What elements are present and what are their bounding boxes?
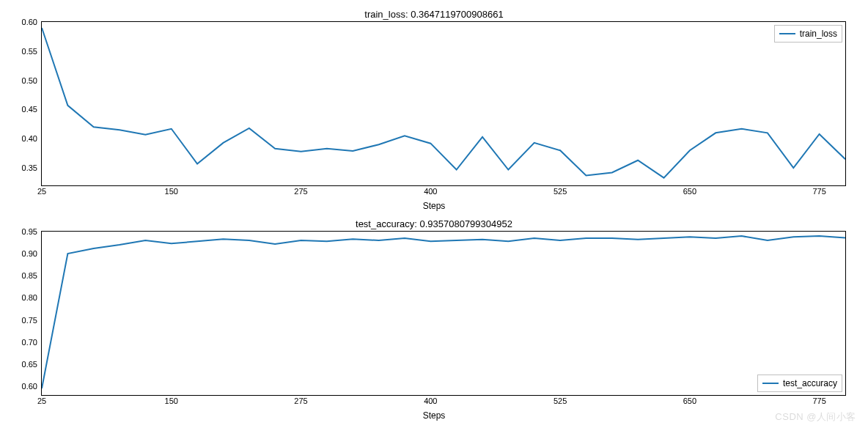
x-tick-label: 25 bbox=[37, 187, 46, 196]
x-tick-label: 525 bbox=[553, 187, 567, 196]
y-tick-label: 0.55 bbox=[22, 47, 37, 56]
y-tick-label: 0.60 bbox=[22, 382, 37, 391]
plot-area-2: 0.600.650.700.750.800.850.900.95 test_ac… bbox=[41, 231, 846, 396]
x-tick-label: 275 bbox=[294, 396, 307, 405]
x-axis-ticks-1: 25150275400525650775 bbox=[42, 187, 845, 199]
y-tick-label: 0.65 bbox=[22, 360, 37, 369]
y-tick-label: 0.60 bbox=[22, 18, 37, 26]
legend-label-2: test_accuracy bbox=[783, 378, 837, 388]
x-tick-label: 775 bbox=[812, 187, 825, 196]
y-tick-label: 0.70 bbox=[22, 338, 37, 347]
y-tick-label: 0.40 bbox=[22, 134, 37, 143]
y-tick-label: 0.80 bbox=[22, 293, 37, 302]
x-tick-label: 400 bbox=[424, 187, 437, 196]
x-tick-label: 25 bbox=[37, 396, 46, 405]
legend-1: train_loss bbox=[774, 25, 842, 43]
y-axis-ticks-2: 0.600.650.700.750.800.850.900.95 bbox=[8, 232, 40, 395]
x-tick-label: 150 bbox=[165, 396, 178, 405]
y-tick-label: 0.50 bbox=[22, 76, 37, 85]
charts-container: train_loss: 0.3647119700908661 0.350.400… bbox=[7, 7, 861, 421]
y-tick-label: 0.85 bbox=[22, 271, 37, 280]
x-tick-label: 525 bbox=[553, 396, 567, 405]
legend-2: test_accuracy bbox=[757, 374, 842, 392]
x-axis-ticks-2: 25150275400525650775 bbox=[42, 396, 845, 408]
line-plot-1 bbox=[42, 22, 845, 185]
watermark: CSDN @人间小客 bbox=[775, 410, 856, 424]
line-plot-2 bbox=[42, 232, 845, 395]
chart-test-accuracy: test_accuracy: 0.9357080799304952 0.600.… bbox=[7, 217, 861, 421]
x-tick-label: 650 bbox=[683, 187, 696, 196]
x-tick-label: 775 bbox=[812, 396, 825, 405]
y-tick-label: 0.95 bbox=[22, 227, 37, 236]
y-tick-label: 0.90 bbox=[22, 249, 37, 258]
chart-title-2: test_accuracy: 0.9357080799304952 bbox=[7, 218, 861, 229]
legend-swatch-2 bbox=[762, 383, 779, 384]
chart-train-loss: train_loss: 0.3647119700908661 0.350.400… bbox=[7, 7, 861, 211]
y-tick-label: 0.75 bbox=[22, 316, 37, 325]
y-axis-ticks-1: 0.350.400.450.500.550.60 bbox=[8, 22, 40, 185]
x-axis-label-2: Steps bbox=[7, 410, 861, 421]
legend-label-1: train_loss bbox=[800, 29, 837, 39]
plot-area-1: 0.350.400.450.500.550.60 train_loss 2515… bbox=[41, 21, 846, 186]
chart-title-1: train_loss: 0.3647119700908661 bbox=[7, 9, 861, 20]
x-tick-label: 400 bbox=[424, 396, 437, 405]
x-tick-label: 650 bbox=[683, 396, 696, 405]
y-tick-label: 0.35 bbox=[22, 163, 37, 172]
x-tick-label: 150 bbox=[165, 187, 178, 196]
y-tick-label: 0.45 bbox=[22, 105, 37, 114]
x-tick-label: 275 bbox=[294, 187, 307, 196]
legend-swatch-1 bbox=[779, 33, 795, 34]
x-axis-label-1: Steps bbox=[7, 201, 861, 211]
